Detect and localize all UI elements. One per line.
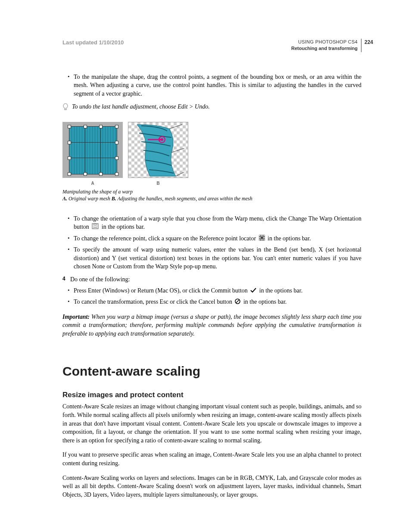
svg-line-3	[171, 148, 184, 152]
svg-rect-10	[259, 235, 261, 236]
warp-orientation-icon	[92, 223, 99, 232]
svg-rect-17	[261, 239, 263, 241]
tip-text: To undo the last handle adjustment, choo…	[72, 103, 210, 114]
svg-line-2	[169, 124, 182, 129]
numbered-step: 4 Do one of the following:	[62, 275, 361, 284]
figure-image-b	[128, 122, 188, 178]
figure-label-b: B	[128, 180, 188, 187]
important-body: When you warp a bitmap image (versus a s…	[62, 314, 361, 337]
svg-rect-15	[263, 237, 265, 239]
step-text: Do one of the following:	[70, 275, 130, 284]
figure-caption-title: Manipulating the shape of a warp	[62, 188, 361, 195]
bullet-text: To change the orientation of a warp styl…	[74, 215, 361, 232]
bullet-text: To the manipulate the shape, drag the co…	[74, 73, 361, 98]
lightbulb-icon	[62, 103, 72, 114]
figure-key-b: B.	[112, 196, 116, 202]
svg-rect-18	[263, 239, 265, 241]
step-number: 4	[62, 275, 70, 284]
bullet-item: • To change the orientation of a warp st…	[68, 215, 361, 232]
page-content: • To the manipulate the shape, drag the …	[62, 73, 361, 499]
subsection-heading: Resize images and protect content	[62, 390, 361, 400]
figure-panel-a: A	[62, 122, 123, 187]
bullet-item: • To change the reference point, click a…	[68, 234, 361, 243]
figure-caption-keys: A. Original warp mesh B. Adjusting the h…	[62, 195, 361, 202]
bullet-marker: •	[68, 234, 74, 243]
svg-rect-12	[263, 235, 265, 236]
tip-row: To undo the last handle adjustment, choo…	[62, 103, 361, 114]
figure-row: A B	[62, 122, 361, 187]
bullet-marker: •	[68, 298, 74, 307]
bullet-item: • To cancel the transformation, press Es…	[68, 298, 361, 307]
svg-point-0	[63, 103, 68, 108]
figure-desc-a: Original warp mesh	[67, 196, 112, 202]
svg-rect-13	[259, 237, 261, 239]
svg-rect-14	[261, 237, 263, 239]
page-number: 224	[364, 39, 373, 46]
figure-image-a	[62, 122, 123, 178]
document-title: USING PHOTOSHOP CS4	[291, 39, 358, 45]
bullet-item: • To specify the amount of warp using nu…	[68, 246, 361, 271]
svg-rect-11	[261, 235, 263, 236]
svg-rect-16	[259, 239, 261, 241]
important-note: Important: When you warp a bitmap image …	[62, 313, 361, 338]
cancel-prohibit-icon	[235, 298, 240, 307]
bullet-marker: •	[68, 246, 74, 271]
section-heading: Content-aware scaling	[62, 362, 361, 380]
svg-line-4	[176, 172, 184, 176]
bullet-marker: •	[68, 215, 74, 232]
figure-label-a: A	[62, 180, 123, 187]
bullet-item: • Press Enter (Windows) or Return (Mac O…	[68, 286, 361, 296]
page-header: Last updated 1/10/2010 USING PHOTOSHOP C…	[62, 39, 361, 52]
bullet-marker: •	[68, 286, 74, 296]
figure-desc-b: Adjusting the handles, mesh segments, an…	[116, 196, 252, 202]
bullet-marker: •	[68, 73, 74, 98]
bullet-text: To specify the amount of warp using nume…	[74, 246, 361, 271]
commit-checkmark-icon	[250, 287, 256, 296]
document-page: Last updated 1/10/2010 USING PHOTOSHOP C…	[0, 0, 411, 532]
body-paragraph: Content-Aware Scale resizes an image wit…	[62, 402, 361, 445]
bullet-text: Press Enter (Windows) or Return (Mac OS)…	[74, 286, 361, 296]
figure-panel-b: B	[128, 122, 188, 187]
header-right: USING PHOTOSHOP CS4 Retouching and trans…	[291, 39, 361, 52]
last-updated-label: Last updated 1/10/2010	[62, 39, 124, 47]
body-paragraph: Content-Aware Scaling works on layers an…	[62, 474, 361, 499]
svg-line-20	[236, 300, 240, 303]
body-paragraph: If you want to preserve specific areas w…	[62, 451, 361, 467]
bullet-text: To cancel the transformation, press Esc …	[74, 298, 361, 307]
figure-caption: Manipulating the shape of a warp A. Orig…	[62, 188, 361, 202]
figure-key-a: A.	[62, 196, 67, 202]
chapter-title: Retouching and transforming	[291, 45, 358, 52]
bullet-item: • To the manipulate the shape, drag the …	[68, 73, 361, 98]
important-label: Important:	[62, 314, 91, 320]
reference-point-icon	[259, 235, 265, 243]
bullet-text: To change the reference point, click a s…	[74, 234, 361, 243]
